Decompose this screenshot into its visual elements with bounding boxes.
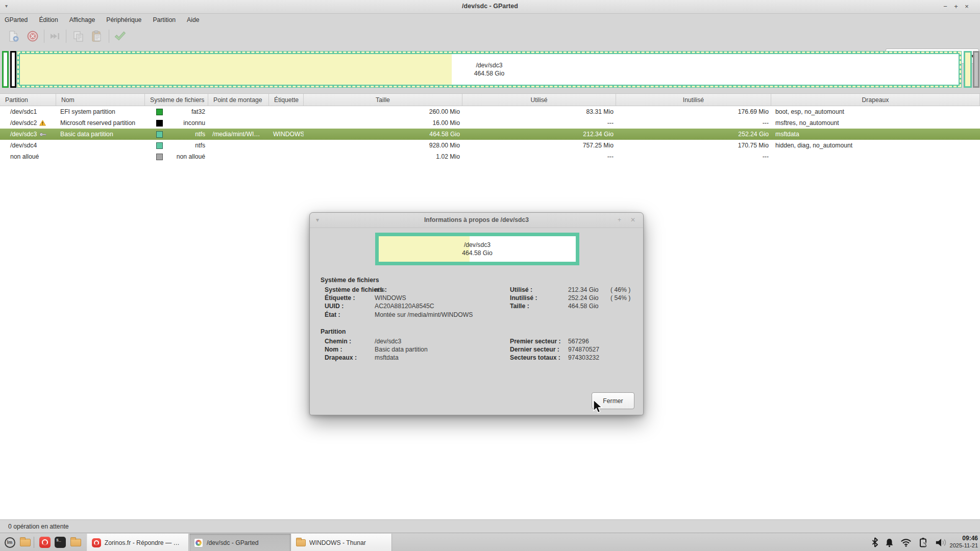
terminal-launcher[interactable]: $_ xyxy=(54,536,66,548)
fs-color-swatch xyxy=(156,142,163,149)
table-row-sdc1[interactable]: /dev/sdc1 EFI system partition fat32 260… xyxy=(0,106,980,117)
toolbar: /dev/sdc (465.76 Gio) ▼ xyxy=(0,26,980,47)
col-etiquette[interactable]: Étiquette xyxy=(269,94,304,106)
col-partition[interactable]: Partition xyxy=(0,94,56,106)
maximize-button[interactable]: + xyxy=(951,2,961,11)
dialog-partition-visual: /dev/sdc3 464.58 Gio xyxy=(375,233,579,265)
device-visual-bar: /dev/sdc3 464.58 Gio xyxy=(0,51,980,88)
resize-move-icon[interactable] xyxy=(47,29,62,43)
size-value: 464.58 Gio xyxy=(568,303,599,310)
folder-icon xyxy=(20,539,31,546)
new-partition-icon[interactable] xyxy=(6,29,20,43)
unused-percent: ( 54% ) xyxy=(610,294,630,302)
fs-label-value: WINDOWS xyxy=(375,294,406,302)
menu-affichage[interactable]: Affichage xyxy=(64,15,101,24)
menu-edition[interactable]: Édition xyxy=(33,15,63,24)
col-drapeaux[interactable]: Drapeaux xyxy=(771,94,980,106)
devicebar-unallocated[interactable] xyxy=(973,51,979,88)
taskbar-window-gparted-active[interactable]: /dev/sdc - GParted xyxy=(189,534,291,551)
dialog-maximize-icon[interactable]: + xyxy=(618,216,621,223)
dialog-close-icon[interactable]: ✕ xyxy=(630,216,635,223)
col-inutilise[interactable]: Inutilisé xyxy=(616,94,771,106)
menu-peripherique[interactable]: Périphérique xyxy=(101,15,147,24)
devicebar-partition-sdc3-selected[interactable]: /dev/sdc3 464.58 Gio xyxy=(17,51,962,88)
last-sector-value: 974870527 xyxy=(568,346,599,353)
notifications-bell-icon[interactable] xyxy=(885,538,894,547)
browser-icon xyxy=(92,538,101,547)
warning-icon xyxy=(39,120,46,126)
dialog-visual-label: /dev/sdc3 464.58 Gio xyxy=(379,241,576,257)
fs-uuid-value: AC20A88120A8545C xyxy=(375,303,434,310)
folder-icon xyxy=(70,539,81,546)
partition-section-heading: Partition xyxy=(321,328,346,335)
mint-logo-icon: lm xyxy=(5,537,15,548)
table-row-sdc4[interactable]: /dev/sdc4 ntfs 928.00 Mio 757.25 Mio 170… xyxy=(0,140,980,151)
paste-icon[interactable] xyxy=(89,29,104,43)
file-manager-launcher[interactable] xyxy=(69,536,82,548)
taskbar-window-mail[interactable]: Zorinos.fr - Répondre — M… xyxy=(87,534,189,551)
col-taille[interactable]: Taille xyxy=(304,94,462,106)
table-row-unallocated[interactable]: non alloué non alloué 1.02 Mio --- --- xyxy=(0,151,980,162)
col-utilise[interactable]: Utilisé xyxy=(462,94,616,106)
status-bar: 0 opération en attente xyxy=(0,519,980,533)
filesystem-section-heading: Système de fichiers xyxy=(321,277,379,284)
apply-operations-icon[interactable] xyxy=(112,29,127,43)
volume-icon[interactable] xyxy=(935,538,947,547)
mint-menu-button[interactable]: lm xyxy=(4,536,16,548)
fs-type-value: ntfs xyxy=(375,286,385,293)
menu-aide[interactable]: Aide xyxy=(181,15,205,24)
dialog-titlebar[interactable]: ▾ Informations à propos de /dev/sdc3 + ✕ xyxy=(310,213,643,228)
bluetooth-icon[interactable] xyxy=(871,537,878,547)
col-systeme-de-fichiers[interactable]: Système de fichiers xyxy=(145,94,208,106)
devicebar-partition-sdc1[interactable] xyxy=(2,51,9,88)
clock[interactable]: 09:46 2025-11-21 xyxy=(950,535,978,549)
battery-charging-icon[interactable] xyxy=(918,537,928,547)
delete-partition-icon[interactable] xyxy=(26,29,40,43)
col-nom[interactable]: Nom xyxy=(56,94,145,106)
wifi-icon[interactable] xyxy=(900,538,912,547)
col-point-de-montage[interactable]: Point de montage xyxy=(208,94,269,106)
fs-color-swatch xyxy=(156,154,163,160)
browser-icon xyxy=(39,537,51,548)
fermer-button[interactable]: Fermer xyxy=(592,392,634,409)
total-sectors-value: 974303232 xyxy=(568,354,599,361)
browser-launcher[interactable] xyxy=(39,536,51,548)
fs-color-swatch xyxy=(156,109,163,115)
flags-value: msftdata xyxy=(375,354,399,361)
fs-color-swatch xyxy=(156,131,163,138)
files-launcher[interactable] xyxy=(19,536,31,548)
partition-info-dialog: ▾ Informations à propos de /dev/sdc3 + ✕… xyxy=(309,212,644,415)
fs-color-swatch xyxy=(156,120,163,127)
system-tray xyxy=(871,536,947,549)
path-value: /dev/sdc3 xyxy=(375,338,401,345)
mounted-key-icon xyxy=(39,132,46,137)
devicebar-selected-label: /dev/sdc3 464.58 Gio xyxy=(20,61,959,78)
taskbar: lm $_ Zorinos.fr - Répondre — M… /dev/sd… xyxy=(0,533,980,551)
table-header: Partition Nom Système de fichiers Point … xyxy=(0,94,980,106)
used-percent: ( 46% ) xyxy=(610,286,630,293)
copy-icon[interactable] xyxy=(71,29,85,43)
terminal-icon: $_ xyxy=(55,537,66,548)
minimize-button[interactable]: − xyxy=(941,2,950,11)
fs-status-value: Montée sur /media/mint/WINDOWS xyxy=(375,311,473,318)
window-title: /dev/sdc - GParted xyxy=(0,3,980,10)
name-value: Basic data partition xyxy=(375,346,428,353)
close-button[interactable]: × xyxy=(962,2,971,11)
pending-operations-text: 0 opération en attente xyxy=(8,523,69,530)
unused-value: 252.24 Gio xyxy=(568,294,599,302)
devicebar-partition-sdc2[interactable] xyxy=(10,51,16,88)
devicebar-partition-sdc4[interactable] xyxy=(964,51,972,88)
menu-gparted[interactable]: GParted xyxy=(0,15,33,24)
taskbar-window-thunar[interactable]: WINDOWS - Thunar xyxy=(291,534,392,551)
menu-partition[interactable]: Partition xyxy=(147,15,181,24)
first-sector-value: 567296 xyxy=(568,338,589,345)
dialog-title: Informations à propos de /dev/sdc3 xyxy=(310,216,643,223)
folder-icon xyxy=(296,539,306,546)
table-row-sdc3-selected[interactable]: /dev/sdc3 Basic data partition ntfs /med… xyxy=(0,129,980,140)
gparted-icon xyxy=(194,538,203,547)
used-value: 212.34 Gio xyxy=(568,286,599,293)
window-titlebar[interactable]: ▾ /dev/sdc - GParted − + × xyxy=(0,0,980,14)
table-row-sdc2[interactable]: /dev/sdc2 Microsoft reserved partition i… xyxy=(0,117,980,129)
menubar: GParted Édition Affichage Périphérique P… xyxy=(0,14,980,26)
